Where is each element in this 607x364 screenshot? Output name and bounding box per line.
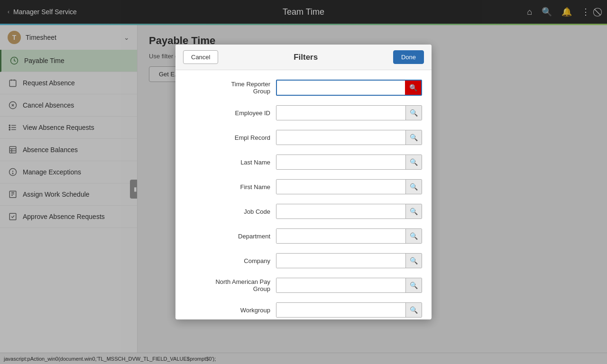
filter-row-workgroup: Workgroup 🔍 [175,298,432,319]
modal-overlay: Cancel Filters Done Time ReporterGroup 🔍… [0,0,607,364]
filter-label-first-name: First Name [185,183,270,191]
filter-input-department[interactable] [276,229,405,243]
filter-input-wrap-employee-id: 🔍 [276,105,422,120]
filter-label-empl-record: Empl Record [185,134,270,141]
filter-input-last-name[interactable] [276,155,405,169]
filter-input-wrap-first-name: 🔍 [276,179,422,194]
filter-row-company: Company 🔍 [175,248,432,273]
filter-input-wrap-job-code: 🔍 [276,204,422,219]
filter-search-btn-company[interactable]: 🔍 [405,254,422,268]
filter-input-workgroup[interactable] [276,303,405,317]
modal-body: Time ReporterGroup 🔍 Employee ID 🔍 Empl … [175,70,432,319]
filter-input-wrap-company: 🔍 [276,253,422,268]
filter-input-first-name[interactable] [276,180,405,194]
filter-search-btn-north-american-pay-group[interactable]: 🔍 [405,278,422,292]
filter-search-btn-time-reporter-group[interactable]: 🔍 [405,81,421,95]
filter-input-time-reporter-group[interactable] [277,81,405,95]
filter-search-btn-workgroup[interactable]: 🔍 [405,303,422,317]
filter-label-time-reporter-group: Time ReporterGroup [185,81,270,95]
filter-input-wrap-north-american-pay-group: 🔍 [276,278,422,293]
modal-title: Filters [218,53,393,62]
filter-label-company: Company [185,257,270,264]
filter-input-empl-record[interactable] [276,130,405,145]
filter-input-company[interactable] [276,254,405,268]
filter-input-wrap-department: 🔍 [276,228,422,244]
filter-search-btn-department[interactable]: 🔍 [405,229,422,243]
cancel-button[interactable]: Cancel [183,50,218,64]
filters-modal: Cancel Filters Done Time ReporterGroup 🔍… [175,45,432,319]
filter-search-btn-employee-id[interactable]: 🔍 [405,106,422,120]
filter-label-employee-id: Employee ID [185,109,270,117]
filter-row-department: Department 🔍 [175,224,432,248]
filter-search-btn-last-name[interactable]: 🔍 [405,155,422,169]
filter-search-btn-job-code[interactable]: 🔍 [405,204,422,218]
filter-row-empl-record: Empl Record 🔍 [175,125,432,150]
filter-row-north-american-pay-group: North American PayGroup 🔍 [175,273,432,298]
modal-header: Cancel Filters Done [175,45,432,70]
filter-label-north-american-pay-group: North American PayGroup [185,278,270,292]
filter-input-wrap-last-name: 🔍 [276,155,422,170]
filter-input-wrap-time-reporter-group: 🔍 [276,80,422,96]
filter-search-btn-first-name[interactable]: 🔍 [405,180,422,194]
filter-input-wrap-workgroup: 🔍 [276,302,422,318]
filter-label-department: Department [185,233,270,240]
filter-row-job-code: Job Code 🔍 [175,199,432,224]
filter-input-north-american-pay-group[interactable] [276,278,405,292]
filter-search-btn-empl-record[interactable]: 🔍 [405,130,422,145]
filter-row-first-name: First Name 🔍 [175,174,432,199]
filter-label-last-name: Last Name [185,159,270,166]
filter-row-last-name: Last Name 🔍 [175,150,432,174]
filter-input-job-code[interactable] [276,204,405,218]
filter-input-wrap-empl-record: 🔍 [276,130,422,145]
done-button[interactable]: Done [393,50,424,64]
filter-label-job-code: Job Code [185,208,270,215]
filter-row-time-reporter-group: Time ReporterGroup 🔍 [175,75,432,100]
filter-input-employee-id[interactable] [276,106,405,120]
filter-row-employee-id: Employee ID 🔍 [175,100,432,125]
filter-label-workgroup: Workgroup [185,307,270,314]
